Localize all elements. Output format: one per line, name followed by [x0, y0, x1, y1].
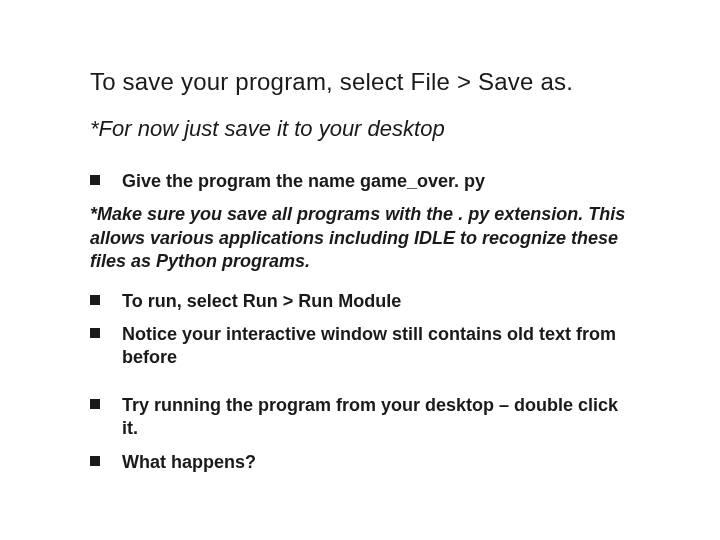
- list-item: To run, select Run > Run Module: [90, 290, 630, 313]
- slide-title: To save your program, select File > Save…: [90, 68, 630, 96]
- bullet-text: Give the program the name game_over. py: [122, 170, 630, 193]
- bullet-text: Notice your interactive window still con…: [122, 323, 630, 370]
- note-text: *Make sure you save all programs with th…: [90, 203, 630, 273]
- list-item: Notice your interactive window still con…: [90, 323, 630, 370]
- list-item: What happens?: [90, 451, 630, 474]
- list-item: Give the program the name game_over. py: [90, 170, 630, 193]
- bullet-text: What happens?: [122, 451, 630, 474]
- square-bullet-icon: [90, 295, 100, 305]
- square-bullet-icon: [90, 175, 100, 185]
- square-bullet-icon: [90, 328, 100, 338]
- bullet-text: Try running the program from your deskto…: [122, 394, 630, 441]
- square-bullet-icon: [90, 456, 100, 466]
- slide-subtitle: *For now just save it to your desktop: [90, 116, 630, 142]
- list-item: Try running the program from your deskto…: [90, 394, 630, 441]
- bullet-text: To run, select Run > Run Module: [122, 290, 630, 313]
- square-bullet-icon: [90, 399, 100, 409]
